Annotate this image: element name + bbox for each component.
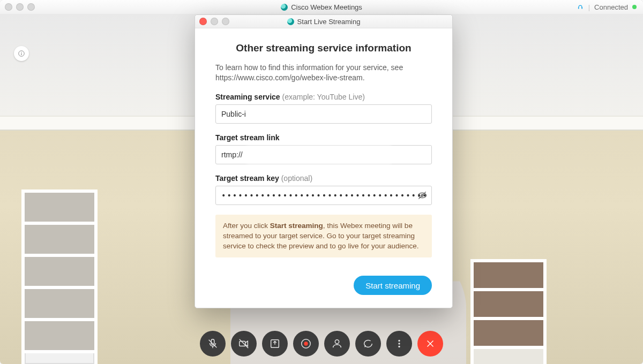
dialog-body: Other streaming service information To l… <box>195 28 452 308</box>
app-title-text: Cisco Webex Meetings <box>291 3 362 11</box>
redacted-overlay <box>246 146 391 164</box>
window-minimize-icon[interactable] <box>16 3 24 11</box>
connection-status: | Connected <box>577 3 637 11</box>
main-titlebar: Cisco Webex Meetings | Connected <box>0 0 643 14</box>
note-strong: Start streaming <box>270 222 323 230</box>
meeting-info-button[interactable] <box>14 46 29 61</box>
target-stream-key-group: Target stream key (optional) <box>215 174 432 205</box>
participants-button[interactable] <box>324 331 350 357</box>
stop-video-button[interactable] <box>231 331 257 357</box>
note-prefix: After you click <box>223 222 270 230</box>
bg-bookshelf-left <box>21 189 98 364</box>
end-call-button[interactable] <box>417 331 443 357</box>
status-separator: | <box>588 3 590 11</box>
streaming-service-example: (example: YouTube Live) <box>282 93 365 101</box>
dialog-help-text: To learn how to find this information fo… <box>215 63 432 83</box>
record-icon <box>300 338 312 350</box>
target-stream-key-optional: (optional) <box>281 174 312 183</box>
dialog-titlebar: Start Live Streaming <box>195 15 452 28</box>
dialog-window-title: Start Live Streaming <box>195 18 452 26</box>
svg-point-11 <box>398 340 400 342</box>
start-streaming-note: After you click Start streaming, this We… <box>215 215 432 258</box>
svg-rect-1 <box>581 7 582 9</box>
target-stream-link-group: Target stream link <box>215 133 432 164</box>
microphone-muted-icon <box>207 338 219 350</box>
svg-point-13 <box>398 346 400 347</box>
dialog-window-title-text: Start Live Streaming <box>297 18 361 26</box>
svg-point-10 <box>335 340 339 344</box>
svg-point-9 <box>304 342 308 345</box>
start-live-streaming-dialog: Start Live Streaming Other streaming ser… <box>195 14 453 308</box>
bg-bookshelf-right <box>470 259 547 364</box>
start-streaming-button[interactable]: Start streaming <box>354 276 432 295</box>
window-zoom-icon[interactable] <box>27 3 35 11</box>
share-icon <box>269 338 281 350</box>
info-icon <box>18 50 25 57</box>
svg-rect-4 <box>21 53 21 55</box>
webex-app-window: Cisco Webex Meetings | Connected <box>0 0 643 364</box>
connection-status-dot-icon <box>632 5 637 9</box>
streaming-service-label-text: Streaming service <box>215 93 280 101</box>
target-stream-link-label-text: Target stream link <box>215 133 280 142</box>
target-stream-key-label: Target stream key (optional) <box>215 174 432 183</box>
window-traffic-lights <box>5 3 35 11</box>
more-vertical-icon <box>393 338 405 350</box>
dialog-heading: Other streaming service information <box>215 42 432 54</box>
svg-rect-0 <box>578 7 579 9</box>
close-x-icon <box>424 338 436 350</box>
streaming-service-group: Streaming service (example: YouTube Live… <box>215 93 432 124</box>
call-controls <box>200 331 443 357</box>
target-stream-key-input[interactable] <box>215 186 432 205</box>
webex-logo-icon <box>287 18 294 25</box>
dialog-zoom-icon <box>222 18 229 25</box>
streaming-service-label: Streaming service (example: YouTube Live… <box>215 93 432 101</box>
participants-icon <box>331 338 343 350</box>
dialog-minimize-icon <box>211 18 218 25</box>
show-hide-password-icon[interactable] <box>417 190 428 201</box>
dialog-actions: Start streaming <box>215 276 432 295</box>
svg-point-3 <box>21 52 21 52</box>
streaming-service-input[interactable] <box>215 104 432 124</box>
svg-point-12 <box>398 343 400 344</box>
window-close-icon[interactable] <box>5 3 12 11</box>
chat-button[interactable] <box>355 331 381 357</box>
record-button[interactable] <box>293 331 319 357</box>
webex-logo-icon <box>281 4 288 11</box>
share-content-button[interactable] <box>262 331 288 357</box>
app-title: Cisco Webex Meetings <box>0 3 643 11</box>
target-stream-link-label: Target stream link <box>215 133 432 142</box>
headset-indicator-icon <box>577 3 584 11</box>
dialog-close-icon[interactable] <box>199 18 207 25</box>
chat-icon <box>362 338 374 350</box>
mute-button[interactable] <box>200 331 226 357</box>
video-off-icon <box>238 338 250 350</box>
more-options-button[interactable] <box>386 331 412 357</box>
target-stream-key-label-text: Target stream key <box>215 174 279 183</box>
connection-status-text: Connected <box>594 3 628 11</box>
